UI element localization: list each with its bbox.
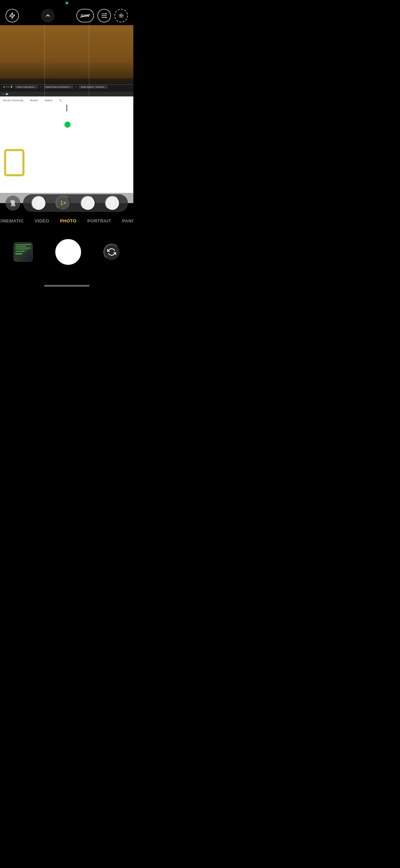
zoom-pill: .5 1× 2 3 bbox=[23, 194, 128, 212]
raw-label: RAW bbox=[81, 14, 90, 18]
flip-camera-button[interactable] bbox=[103, 244, 120, 260]
layers-button[interactable] bbox=[97, 9, 111, 22]
flash-button[interactable] bbox=[5, 9, 19, 22]
viewfinder[interactable]: ⚡ 97% 🔋 cherry creat appoin... × Apple R… bbox=[0, 25, 133, 203]
mode-video[interactable]: VIDEO bbox=[29, 216, 55, 226]
screen-content: ⚡ 97% 🔋 cherry creat appoin... × Apple R… bbox=[0, 82, 133, 203]
chevron-up-button[interactable] bbox=[41, 9, 55, 22]
shutter-button[interactable] bbox=[55, 239, 81, 265]
no-macro-button[interactable] bbox=[5, 196, 20, 211]
bottom-controls bbox=[0, 228, 133, 276]
mode-portrait[interactable]: PORTRAIT bbox=[82, 216, 117, 226]
raw-button[interactable]: RAW bbox=[76, 9, 94, 22]
status-bar bbox=[0, 0, 133, 6]
zoom-3x-button[interactable]: 3 bbox=[105, 196, 120, 211]
zoom-0-5-button[interactable]: .5 bbox=[31, 196, 46, 211]
mode-selector: CINEMATIC VIDEO PHOTO PORTRAIT PANO bbox=[0, 213, 133, 228]
mode-photo[interactable]: PHOTO bbox=[55, 216, 82, 226]
svg-marker-0 bbox=[10, 13, 15, 19]
focus-point-green bbox=[64, 121, 71, 128]
svg-point-7 bbox=[119, 14, 123, 18]
zoom-2x-button[interactable]: 2 bbox=[80, 196, 95, 211]
mode-cinematic[interactable]: CINEMATIC bbox=[0, 216, 29, 226]
camera-preview: ⚡ 97% 🔋 cherry creat appoin... × Apple R… bbox=[0, 25, 133, 203]
top-controls: RAW bbox=[0, 6, 133, 25]
home-indicator bbox=[44, 285, 90, 287]
shutter-inner bbox=[57, 241, 79, 263]
focus-mode-button[interactable] bbox=[114, 9, 128, 22]
last-photo-thumbnail[interactable] bbox=[14, 242, 33, 261]
zoom-controls: .5 1× 2 3 bbox=[0, 193, 133, 213]
zoom-1x-button[interactable]: 1× bbox=[56, 196, 71, 211]
svg-point-6 bbox=[120, 15, 122, 17]
yellow-highlight bbox=[4, 149, 24, 176]
status-dot bbox=[65, 2, 68, 4]
mode-pano[interactable]: PANO bbox=[117, 216, 133, 226]
